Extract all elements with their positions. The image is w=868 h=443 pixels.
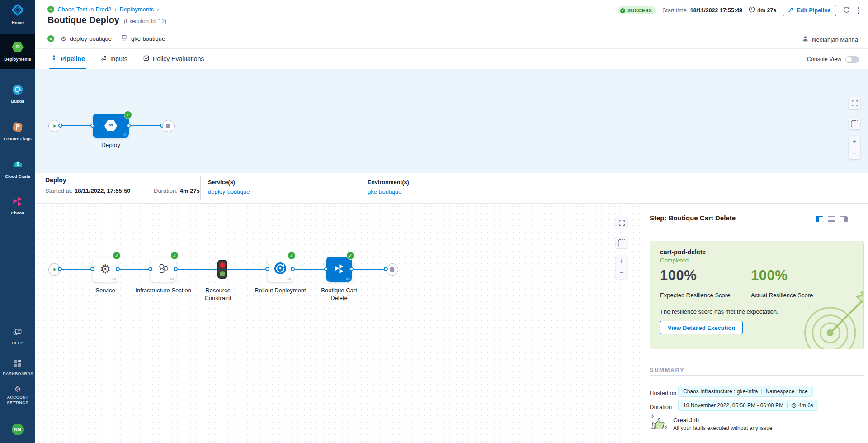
cloud-costs-icon: $ <box>12 159 24 171</box>
layout-right-icon[interactable] <box>840 216 848 222</box>
cd-module-icon: ∞ <box>47 35 54 42</box>
duration-range: 18 November 2022, 05:56 PM - 06:00 PM <box>683 402 783 409</box>
tab-policy-evaluations[interactable]: Policy Evaluations <box>143 49 204 69</box>
breadcrumb-project-link[interactable]: Chaos-Test-in-Prod2 <box>57 6 111 13</box>
zoom-in-button[interactable]: + <box>619 257 623 265</box>
refresh-icon[interactable] <box>843 6 850 15</box>
sidebar-item-account-settings[interactable]: ⚙ ACCOUNT SETTINGS <box>0 386 35 405</box>
chaos-icon <box>12 201 24 209</box>
breadcrumb: ∞ Chaos-Test-in-Prod2 › Deployments › <box>47 6 159 13</box>
connector-dot <box>116 267 120 271</box>
step-node-infrastructure[interactable]: </> <box>151 257 176 282</box>
edit-pipeline-button[interactable]: Edit Pipeline <box>783 5 836 16</box>
environment-link[interactable]: gke-boutique <box>368 188 401 195</box>
step-node-rollout-deployment[interactable]: </> <box>268 257 293 282</box>
result-subtitle: All your faults executed without any iss… <box>673 425 772 431</box>
zoom-out-button[interactable]: − <box>619 269 623 277</box>
stage-end-node[interactable] <box>162 120 175 132</box>
console-view-label: Console View <box>807 56 841 62</box>
marquee-icon <box>851 120 858 127</box>
sidebar-item-deployments[interactable]: ∞ Deployments <box>0 41 35 62</box>
step-node-resource-constraint[interactable] <box>217 260 227 279</box>
title-row: Boutique Deploy (Execution Id: 12) <box>47 15 166 25</box>
tab-pipeline[interactable]: Pipeline <box>51 49 85 69</box>
tab-label: Policy Evaluations <box>153 55 204 62</box>
check-icon <box>620 8 625 13</box>
stage-details-title: Deploy <box>45 176 66 184</box>
sidebar-item-label: ACCOUNT SETTINGS <box>0 395 35 405</box>
pencil-icon <box>788 7 794 14</box>
layout-bottom-icon[interactable] <box>828 216 835 222</box>
thumbs-up-illustration <box>650 414 670 434</box>
chaos-icon <box>334 263 345 276</box>
sidebar: Home ∞ Deployments Builds Feature Flags <box>0 0 35 443</box>
connector-dot <box>58 267 62 271</box>
started-at-label: Started at: <box>45 187 72 194</box>
step-node-service[interactable]: ⚙ </> <box>93 257 118 282</box>
sidebar-item-chaos[interactable]: Chaos <box>0 195 35 215</box>
services-label: Service(s) <box>208 179 235 186</box>
dashboards-icon <box>13 362 22 370</box>
layout-split-right-icon[interactable] <box>816 216 823 222</box>
summary-duration-label: Duration <box>650 404 672 410</box>
breadcrumb-deployments-link[interactable]: Deployments <box>120 6 154 13</box>
infra-chip: Chaos Infrastructure : gke-infra <box>683 388 758 395</box>
execution-end-node[interactable] <box>386 263 398 276</box>
red-light-icon <box>220 262 225 268</box>
service-link[interactable]: deploy-boutique <box>208 188 250 195</box>
success-check-icon <box>346 252 354 260</box>
panel-layout-controls: — <box>816 216 859 223</box>
sidebar-item-feature-flags[interactable]: Feature Flags <box>0 121 35 141</box>
tab-inputs[interactable]: Inputs <box>100 49 127 69</box>
step-node-boutique-cart-delete[interactable]: </> <box>326 257 352 282</box>
graph-edge <box>352 269 386 270</box>
stop-icon <box>390 267 394 272</box>
sidebar-item-help[interactable]: ? HELP <box>0 329 35 346</box>
code-icon: </> <box>170 277 174 281</box>
view-detailed-execution-button[interactable]: View Detailed Execution <box>660 321 743 334</box>
execution-canvas[interactable] <box>35 204 644 443</box>
chevron-right-icon: › <box>114 6 116 13</box>
console-view-toggle[interactable] <box>845 56 859 63</box>
started-at-group: Started at: 18/11/2022, 17:55:50 <box>45 187 131 194</box>
summary-heading: SUMMARY <box>650 367 684 373</box>
stage-node-deploy[interactable]: ∞ </> <box>93 114 129 138</box>
clock-icon <box>791 403 797 408</box>
sidebar-item-cloud-costs[interactable]: $ Cloud Costs <box>0 159 35 179</box>
zoom-in-button[interactable]: + <box>852 138 856 146</box>
cd-infinity-icon: ∞ <box>11 43 24 49</box>
success-check-icon <box>170 252 179 260</box>
experiment-status: Completed <box>660 257 689 264</box>
actual-score-value: 100% <box>751 267 788 284</box>
resilience-message: The resilience score has met the expecta… <box>660 308 778 315</box>
sidebar-item-dashboards[interactable]: DASHBOARDS <box>0 359 35 377</box>
graph-edge <box>61 125 93 126</box>
connector-dot <box>90 267 94 271</box>
zoom-out-button[interactable]: − <box>852 149 856 157</box>
rollout-icon <box>274 262 287 276</box>
kebab-menu-icon[interactable] <box>857 6 860 15</box>
help-icon: ? <box>13 329 23 338</box>
step-label: Resource Constraint <box>193 286 243 302</box>
fullscreen-button[interactable] <box>849 97 860 109</box>
connector-dot <box>324 267 328 271</box>
stage-canvas[interactable] <box>35 69 868 173</box>
sidebar-item-label: Deployments <box>0 57 35 62</box>
person-icon <box>802 35 809 44</box>
sidebar-item-label: Feature Flags <box>0 136 35 141</box>
sidebar-item-home[interactable]: Home <box>0 3 35 25</box>
user-avatar[interactable]: NM <box>12 424 24 435</box>
graph-edge <box>176 269 217 270</box>
graph-edge <box>227 269 268 270</box>
marquee-select-button[interactable] <box>616 237 627 248</box>
fullscreen-button[interactable] <box>616 217 627 229</box>
inputs-icon <box>100 55 107 63</box>
minimize-panel-icon[interactable]: — <box>852 216 859 223</box>
marquee-select-button[interactable] <box>849 118 860 129</box>
environment-tag: gke-boutique <box>131 35 165 42</box>
deployments-icon: ∞ <box>11 41 24 53</box>
result-title: Great Job <box>673 417 699 424</box>
stage-duration-group: Duration: 4m 27s <box>154 187 200 194</box>
sidebar-item-builds[interactable]: Builds <box>0 84 35 104</box>
feature-flags-icon <box>12 127 24 134</box>
